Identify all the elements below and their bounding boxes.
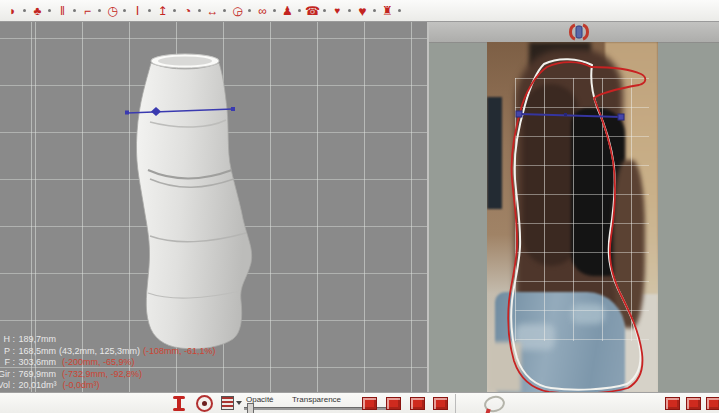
- measurement-delta: (-200mm, -65,9%): [62, 357, 135, 367]
- layers-icon[interactable]: [221, 396, 234, 410]
- dropdown-dot-icon[interactable]: [373, 9, 376, 12]
- eye-icon[interactable]: [196, 395, 213, 412]
- binoculars-tool-button[interactable]: ∞: [255, 1, 278, 21]
- dropdown-dot-icon[interactable]: [23, 9, 26, 12]
- heart-tool-button[interactable]: ♥: [355, 1, 378, 21]
- elbow-tool-button[interactable]: ⌐: [80, 1, 103, 21]
- right-viewport-header: [429, 22, 719, 43]
- dropdown-dot-icon[interactable]: [323, 9, 326, 12]
- dropdown-dot-icon[interactable]: [348, 9, 351, 12]
- dropdown-dot-icon[interactable]: [398, 9, 401, 12]
- cube-icon[interactable]: [386, 397, 401, 410]
- figure-tool-icon: ♜: [380, 1, 395, 21]
- measurement-value: 189,7mm: [19, 334, 57, 344]
- dropdown-dot-icon[interactable]: [73, 9, 76, 12]
- elbow-tool-icon: ⌐: [80, 1, 95, 21]
- dropdown-dot-icon[interactable]: [298, 9, 301, 12]
- gauge-tool-button[interactable]: ◔: [180, 1, 203, 21]
- measurement-label: H: [0, 334, 10, 346]
- dropdown-dot-icon[interactable]: [273, 9, 276, 12]
- measurement-label: Vol: [0, 380, 10, 392]
- app-window: ◗ ♣ ‖ ⌐ ◷ Ⅰ ↥ ◔ ↔ ◶ ∞ ♟ ☎ ♥ ♥ ♜: [0, 0, 719, 413]
- measurement-delta: (-108mm, -61,1%): [143, 346, 216, 356]
- dropdown-dot-icon[interactable]: [223, 9, 226, 12]
- dropdown-dot-icon[interactable]: [173, 9, 176, 12]
- corset-tool-icon: Ⅰ: [130, 1, 145, 21]
- photo-floor: [487, 342, 521, 392]
- separator: :: [10, 334, 18, 344]
- dropdown-dot-icon[interactable]: [48, 9, 51, 12]
- measurement-line-gir: Gir : 769,9mm(-732,9mm, -92,8%): [0, 369, 216, 381]
- width-tool-button[interactable]: ↔: [205, 1, 228, 21]
- heart-small-tool-icon: ♥: [330, 1, 345, 21]
- separator: :: [10, 380, 18, 390]
- measurement-line-f: F : 303,6mm(-200mm, -65,9%): [0, 357, 216, 369]
- chevron-down-icon[interactable]: [236, 401, 242, 405]
- measurement-value: 769,9mm: [19, 369, 57, 379]
- measurement-value: 168,5mm: [19, 346, 57, 356]
- phone-tool-button[interactable]: ☎: [305, 1, 328, 21]
- scan-tool-button[interactable]: ◗: [5, 1, 28, 21]
- cube-icon[interactable]: [706, 397, 719, 410]
- bottom-toolbar: Opacité Transparence: [0, 392, 719, 413]
- measurement-label: P: [0, 346, 10, 358]
- measurement-delta: (-732,9mm, -92,8%): [62, 369, 142, 379]
- toolbar-separator: [455, 394, 456, 413]
- timer-tool-icon: ◶: [230, 1, 245, 21]
- cube-icon[interactable]: [686, 397, 701, 410]
- reference-photo: [487, 42, 658, 392]
- posture-tool-icon: ♟: [280, 1, 295, 21]
- measurement-line-h: H : 189,7mm: [0, 334, 216, 346]
- dropdown-dot-icon[interactable]: [248, 9, 251, 12]
- width-tool-icon: ↔: [205, 1, 220, 21]
- opacity-slider-thumb[interactable]: [247, 403, 254, 413]
- dropdown-dot-icon[interactable]: [148, 9, 151, 12]
- transparency-label: Transparence: [292, 395, 341, 404]
- calipers-tool-button[interactable]: ‖: [55, 1, 78, 21]
- dropdown-dot-icon[interactable]: [123, 9, 126, 12]
- separator: :: [10, 357, 18, 367]
- measurement-delta: (-0,0dm³): [63, 380, 100, 390]
- top-toolbar: ◗ ♣ ‖ ⌐ ◷ Ⅰ ↥ ◔ ↔ ◶ ∞ ♟ ☎ ♥ ♥ ♜: [0, 0, 719, 22]
- cube-icon[interactable]: [665, 397, 680, 410]
- measurement-readout: H : 189,7mm P : 168,5mm(43,2mm, 125,3mm)…: [0, 334, 216, 392]
- photo-dark-object: [487, 97, 502, 209]
- pin-tool-icon: ↥: [155, 1, 170, 21]
- compass-tool-icon: ◷: [105, 1, 120, 21]
- binoculars-tool-icon: ∞: [255, 1, 270, 21]
- figure-tool-button[interactable]: ♜: [380, 1, 403, 21]
- photo-denim-highlight: [571, 304, 605, 324]
- photo-denim-highlight: [515, 324, 555, 350]
- dropdown-dot-icon[interactable]: [98, 9, 101, 12]
- right-photo-viewport[interactable]: [429, 22, 719, 392]
- measurement-label: F: [0, 357, 10, 369]
- ellipse-icon[interactable]: [482, 394, 506, 413]
- rotate-icon[interactable]: [566, 23, 592, 41]
- cube-icon[interactable]: [433, 397, 448, 410]
- dropdown-dot-icon[interactable]: [198, 9, 201, 12]
- pin-tool-button[interactable]: ↥: [155, 1, 178, 21]
- photo-subject-torso-front: [613, 160, 645, 328]
- measurement-extra: (43,2mm, 125,3mm): [59, 346, 140, 356]
- corset-icon-bar: [177, 398, 181, 408]
- cube-icon[interactable]: [362, 397, 377, 410]
- cube-icon[interactable]: [410, 397, 425, 410]
- corset-icon-bar: [173, 408, 185, 411]
- scan-tool-icon: ◗: [5, 1, 20, 21]
- measurement-value: 303,6mm: [19, 357, 57, 367]
- calipers-tool-icon: ‖: [55, 1, 70, 21]
- posture-tool-button[interactable]: ♟: [280, 1, 303, 21]
- corset-icon[interactable]: [173, 396, 185, 410]
- heart-small-tool-button[interactable]: ♥: [330, 1, 353, 21]
- phone-tool-icon: ☎: [305, 1, 320, 21]
- timer-tool-button[interactable]: ◶: [230, 1, 253, 21]
- separator: :: [10, 346, 18, 356]
- massager-tool-button[interactable]: ♣: [30, 1, 53, 21]
- measurement-line-vol: Vol : 20,01dm³(-0,0dm³): [0, 380, 216, 392]
- measurement-value: 20,01dm³: [19, 380, 57, 390]
- compass-tool-button[interactable]: ◷: [105, 1, 128, 21]
- measurement-line-p: P : 168,5mm(43,2mm, 125,3mm)(-108mm, -61…: [0, 346, 216, 358]
- separator: :: [10, 369, 18, 379]
- panel-divider: [427, 22, 429, 392]
- corset-tool-button[interactable]: Ⅰ: [130, 1, 153, 21]
